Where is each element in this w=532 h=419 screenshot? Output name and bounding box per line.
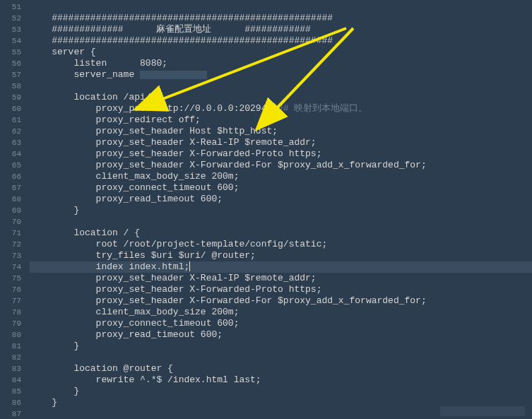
line-number: 72 [0, 239, 21, 250]
code-line[interactable]: root /root/project-template/config/stati… [30, 239, 532, 250]
code-line[interactable]: location /api/ { [30, 92, 532, 103]
line-number: 68 [0, 194, 21, 205]
code-line[interactable]: proxy_set_header X-Forwarded-Proto https… [30, 148, 532, 160]
line-number: 77 [0, 295, 21, 307]
code-line[interactable]: proxy_set_header X-Real-IP $remote_addr; [30, 137, 532, 148]
code-line[interactable]: ############# 麻雀配置地址 ############ [30, 24, 532, 35]
code-line[interactable]: proxy_redirect off; [30, 114, 532, 126]
code-line[interactable]: proxy_set_header Host $http_host; [30, 126, 532, 137]
line-number: 80 [0, 329, 21, 341]
line-number: 75 [0, 273, 21, 284]
line-number: 87 [0, 408, 21, 419]
line-number: 74 [0, 261, 21, 273]
line-number: 64 [0, 148, 21, 160]
code-line[interactable]: listen 8080; [30, 58, 532, 69]
code-line[interactable] [30, 1, 532, 13]
code-line[interactable]: client_max_body_size 200m; [30, 171, 532, 182]
line-number: 53 [0, 24, 21, 35]
code-line[interactable]: proxy_connect_timeout 600; [30, 182, 532, 194]
line-number: 51 [0, 1, 21, 13]
line-number: 69 [0, 205, 21, 216]
code-line[interactable]: index index.html; [30, 261, 532, 273]
code-line[interactable]: proxy_set_header X-Forwarded-For $proxy_… [30, 160, 532, 171]
bottom-blur [440, 406, 525, 416]
code-line[interactable]: } [30, 205, 532, 216]
code-line[interactable]: proxy_connect_timeout 600; [30, 318, 532, 329]
inline-comment: ## 映射到本地端口。 [278, 103, 367, 114]
code-line[interactable]: location / { [30, 228, 532, 239]
code-line[interactable]: proxy_read_timeout 600; [30, 329, 532, 341]
line-number: 67 [0, 182, 21, 194]
line-number: 60 [0, 103, 21, 114]
line-number: 54 [0, 35, 21, 47]
line-number: 61 [0, 114, 21, 126]
line-number: 83 [0, 363, 21, 374]
line-number: 62 [0, 126, 21, 137]
line-number: 82 [0, 352, 21, 363]
code-line[interactable] [30, 81, 532, 92]
line-number: 59 [0, 92, 21, 103]
code-line[interactable]: location @router { [30, 363, 532, 374]
redacted-block [140, 71, 207, 79]
code-area[interactable]: ########################################… [30, 0, 532, 419]
line-number: 70 [0, 216, 21, 228]
code-line[interactable]: proxy_set_header X-Forwarded-Proto https… [30, 284, 532, 295]
code-line[interactable]: proxy_set_header X-Real-IP $remote_addr; [30, 273, 532, 284]
line-number-gutter: 5152535455565758596061626364656667686970… [0, 0, 30, 419]
code-line[interactable]: proxy_read_timeout 600; [30, 194, 532, 205]
line-number: 58 [0, 81, 21, 92]
code-line[interactable]: server { [30, 47, 532, 58]
code-line[interactable]: server_name [30, 69, 532, 81]
code-line[interactable]: } [30, 341, 532, 352]
code-line[interactable] [30, 216, 532, 228]
code-line[interactable]: rewrite ^.*$ /index.html last; [30, 374, 532, 386]
code-line[interactable]: try_files $uri $uri/ @router; [30, 250, 532, 261]
code-line[interactable]: } [30, 386, 532, 397]
line-number: 57 [0, 69, 21, 81]
line-number: 63 [0, 137, 21, 148]
line-number: 55 [0, 47, 21, 58]
code-editor[interactable]: 5152535455565758596061626364656667686970… [0, 0, 532, 419]
code-line[interactable]: ########################################… [30, 13, 532, 24]
code-line[interactable]: proxy_set_header X-Forwarded-For $proxy_… [30, 295, 532, 307]
code-line[interactable] [30, 352, 532, 363]
code-line[interactable]: client_max_body_size 200m; [30, 307, 532, 318]
text-cursor [189, 261, 190, 271]
line-number: 65 [0, 160, 21, 171]
line-number: 84 [0, 374, 21, 386]
line-number: 86 [0, 397, 21, 408]
line-number: 56 [0, 58, 21, 69]
code-line[interactable]: proxy_pass http://0.0.0.0:20294/;## 映射到本… [30, 103, 532, 114]
line-number: 79 [0, 318, 21, 329]
line-number: 66 [0, 171, 21, 182]
line-number: 73 [0, 250, 21, 261]
line-number: 78 [0, 307, 21, 318]
line-number: 52 [0, 13, 21, 24]
line-number: 85 [0, 386, 21, 397]
line-number: 81 [0, 341, 21, 352]
line-number: 71 [0, 228, 21, 239]
line-number: 76 [0, 284, 21, 295]
code-line[interactable]: ########################################… [30, 35, 532, 47]
